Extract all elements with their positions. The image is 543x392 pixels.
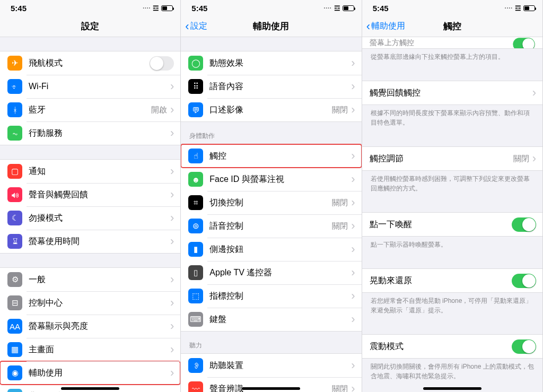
battery-icon <box>343 5 354 11</box>
row-label: 指標控制 <box>209 291 351 302</box>
toggle[interactable] <box>512 274 536 288</box>
row-cellular-icon[interactable]: ⏦行動服務› <box>0 121 180 145</box>
toggle[interactable] <box>150 56 174 71</box>
row-wifi-icon[interactable]: ᯤWi-Fi› <box>0 75 180 98</box>
row-label: 晃動來還原 <box>370 275 512 286</box>
row-bluetooth-icon[interactable]: ᚼ藍牙開啟› <box>0 98 180 121</box>
row-value: 關閉 <box>332 221 348 231</box>
chevron-right-icon: › <box>170 81 174 92</box>
row-label: 觸覺回饋觸控 <box>370 88 532 99</box>
row-label: 螢幕上方觸控 <box>370 37 512 48</box>
chevron-left-icon: ‹ <box>185 21 189 32</box>
row-motion-icon[interactable]: ◯動態效果› <box>181 51 361 75</box>
signal-icon: ···· <box>324 5 332 11</box>
home-indicator[interactable] <box>423 387 481 390</box>
screentime-icon: ⌛︎ <box>7 234 22 249</box>
status-bar: 5:45 ···· ☲ <box>181 0 361 16</box>
audio-desc-icon: 💬︎ <box>188 102 203 117</box>
status-time: 5:45 <box>11 4 27 13</box>
chevron-right-icon: › <box>532 87 536 99</box>
chevron-right-icon: › <box>351 104 355 116</box>
row-觸控調節[interactable]: 觸控調節關閉› <box>362 147 542 170</box>
group-footer: 若使用觸控螢幕時感到困難，可調整下列設定來更改螢幕回應觸控的方式。 <box>362 171 542 198</box>
row-face-id-attention-icon[interactable]: ☻Face ID 與螢幕注視› <box>181 168 361 191</box>
row-general-icon[interactable]: ⚙︎一般› <box>0 268 180 291</box>
chevron-right-icon: › <box>351 81 355 92</box>
row-display-icon[interactable]: AA螢幕顯示與亮度› <box>0 315 180 338</box>
chevron-right-icon: › <box>170 212 174 224</box>
airplane-icon: ✈︎ <box>7 56 22 71</box>
row-label: 通知 <box>29 166 170 177</box>
row-dnd-icon[interactable]: ☾勿擾模式› <box>0 206 180 230</box>
wifi-icon: ᯤ <box>7 79 22 94</box>
row-voice-control-icon[interactable]: ⊚語音控制關閉› <box>181 214 361 238</box>
back-button[interactable]: ‹ 設定 <box>185 21 207 32</box>
chevron-right-icon: › <box>170 320 174 332</box>
row-觸覺回饋觸控[interactable]: 觸覺回饋觸控› <box>362 81 542 104</box>
home-indicator[interactable] <box>61 387 119 390</box>
row-sounds-icon[interactable]: 🔊︎聲音與觸覺回饋› <box>0 183 180 206</box>
wifi-icon: ☲ <box>334 4 340 12</box>
settings-group: ◯動態效果›⠿語音內容›💬︎口述影像關閉› <box>181 51 361 122</box>
toggle[interactable] <box>512 217 536 232</box>
row-control-center-icon[interactable]: ⊟控制中心› <box>0 291 180 315</box>
row-notifications-icon[interactable]: ▢通知› <box>0 160 180 183</box>
row-keyboard-icon[interactable]: ⌨︎鍵盤› <box>181 308 361 331</box>
chevron-right-icon: › <box>351 383 355 392</box>
row-value: 關閉 <box>332 105 348 115</box>
notifications-icon: ▢ <box>7 164 22 179</box>
back-button[interactable]: ‹ 輔助使用 <box>366 21 405 32</box>
chevron-right-icon: › <box>351 360 355 371</box>
row-label: Apple TV 遙控器 <box>209 267 351 278</box>
row-value: 關閉 <box>513 154 529 164</box>
row-label: 螢幕顯示與亮度 <box>29 321 170 332</box>
row-label: 動態效果 <box>209 58 351 69</box>
dnd-icon: ☾ <box>7 211 22 225</box>
wifi-icon: ☲ <box>515 4 521 12</box>
row-label: 觸控 <box>209 151 351 162</box>
sounds-icon: 🔊︎ <box>7 187 22 202</box>
row-label: 語音控制 <box>209 221 332 232</box>
settings-group: ✈︎飛航模式ᯤWi-Fi›ᚼ藍牙開啟›⏦行動服務› <box>0 51 180 145</box>
chevron-right-icon: › <box>351 267 355 278</box>
home-indicator[interactable] <box>242 387 300 390</box>
signal-icon: ···· <box>143 5 151 11</box>
toggle[interactable] <box>513 38 535 49</box>
row-switch-control-icon[interactable]: ⌗切換控制關閉› <box>181 191 361 214</box>
row-screentime-icon[interactable]: ⌛︎螢幕使用時間› <box>0 230 180 253</box>
row-label: Face ID 與螢幕注視 <box>209 174 351 185</box>
chevron-right-icon: › <box>351 150 355 162</box>
row-touch-icon[interactable]: ☝︎觸控› <box>181 144 361 168</box>
group-footer: 點一下顯示器時喚醒螢幕。 <box>362 237 542 255</box>
row-pointer-control-icon[interactable]: ⬚指標控制› <box>181 284 361 308</box>
row-震動模式[interactable]: 震動模式 <box>362 335 542 358</box>
row-晃動來還原[interactable]: 晃動來還原 <box>362 269 542 292</box>
battery-icon <box>161 5 173 11</box>
row-audio-desc-icon[interactable]: 💬︎口述影像關閉› <box>181 98 361 121</box>
toggle[interactable] <box>512 339 536 354</box>
settings-group: ☝︎觸控›☻Face ID 與螢幕注視›⌗切換控制關閉›⊚語音控制關閉›▮側邊按… <box>181 144 361 332</box>
settings-group: 震動模式 <box>362 334 542 359</box>
row-label: 聲音與觸覺回饋 <box>29 189 170 201</box>
switch-control-icon: ⌗ <box>188 195 203 210</box>
group-footer: 關閉此切換開關後，會停用所有 iPhone 上的震動模式，包含地震、海嘯和其他緊… <box>362 359 542 386</box>
cellular-icon: ⏦ <box>7 126 22 141</box>
control-center-icon: ⊟ <box>7 295 22 310</box>
row-點一下喚醒[interactable]: 點一下喚醒 <box>362 213 542 236</box>
row-home-screen-icon[interactable]: ▦主畫面› <box>0 338 180 361</box>
row-airplane-icon[interactable]: ✈︎飛航模式 <box>0 51 180 75</box>
settings-pane: 5:45 ···· ☲ 設定 ✈︎飛航模式ᯤWi-Fi›ᚼ藍牙開啟›⏦行動服務›… <box>0 0 181 392</box>
row-spoken-content-icon[interactable]: ⠿語音內容› <box>181 75 361 98</box>
spoken-content-icon: ⠿ <box>188 79 203 94</box>
row-reachability[interactable]: 螢幕上方觸控 <box>362 37 542 49</box>
pointer-control-icon: ⬚ <box>188 289 203 303</box>
row-label: 鍵盤 <box>209 314 351 325</box>
row-apple-tv-remote-icon[interactable]: ▯Apple TV 遙控器› <box>181 261 361 284</box>
face-id-attention-icon: ☻ <box>188 172 203 187</box>
row-side-button-icon[interactable]: ▮側邊按鈕› <box>181 238 361 261</box>
chevron-right-icon: › <box>351 173 355 185</box>
row-hearing-icon[interactable]: 👂︎助聽裝置› <box>181 354 361 377</box>
status-time: 5:45 <box>191 4 207 13</box>
row-accessibility-icon[interactable]: ◉輔助使用› <box>0 361 180 385</box>
row-value: 關閉 <box>332 198 348 208</box>
